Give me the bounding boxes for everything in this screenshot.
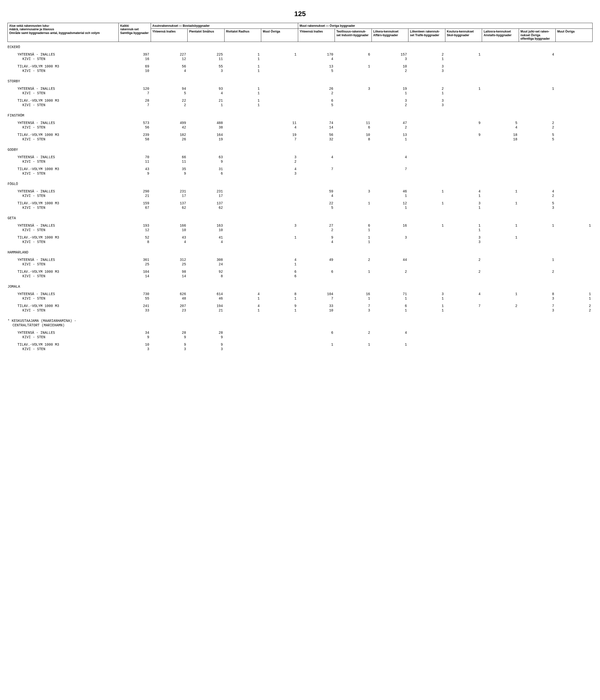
data-cell xyxy=(261,205,298,210)
data-cell: 3 xyxy=(409,103,445,107)
data-cell xyxy=(409,194,445,198)
data-cell: 4 xyxy=(371,155,409,159)
data-cell xyxy=(371,347,409,351)
data-cell: 5 xyxy=(298,205,335,210)
row-label: YHTEENSÄ - INALLES xyxy=(8,223,119,228)
data-cell xyxy=(335,113,372,118)
data-cell: 5 xyxy=(482,121,519,125)
data-cell: 1 xyxy=(482,235,519,240)
data-cell xyxy=(224,270,261,274)
data-cell: 18 xyxy=(482,133,519,137)
data-cell xyxy=(371,319,409,323)
data-cell xyxy=(298,274,335,278)
data-cell: 2 xyxy=(519,270,556,274)
data-cell: 1 xyxy=(409,223,445,228)
data-cell: 4 xyxy=(261,125,298,130)
data-cell: 3 xyxy=(445,235,482,240)
data-cell xyxy=(482,182,519,186)
data-cell: 70 xyxy=(119,155,151,159)
data-cell xyxy=(445,125,482,130)
data-cell: 10 xyxy=(151,228,188,232)
data-cell xyxy=(556,86,593,91)
row-label: YHTEENSÄ - INALLES xyxy=(8,189,119,194)
data-cell: 9 xyxy=(151,343,188,347)
data-cell: 10 xyxy=(371,64,409,69)
row-label: YHTEENSÄ - INALLES xyxy=(8,330,119,335)
data-cell: 4 xyxy=(298,240,335,244)
data-cell: 3 xyxy=(151,347,188,351)
data-cell: 1 xyxy=(335,296,372,301)
data-cell: 2 xyxy=(371,125,409,130)
data-cell xyxy=(119,182,151,186)
data-cell xyxy=(224,201,261,205)
data-cell xyxy=(482,79,519,83)
data-cell xyxy=(519,79,556,83)
data-cell xyxy=(261,201,298,205)
data-cell: 3 xyxy=(519,296,556,301)
data-cell: 26 xyxy=(151,137,188,142)
data-cell: 52 xyxy=(119,235,151,240)
data-cell: 2 xyxy=(409,86,445,91)
data-cell xyxy=(519,335,556,340)
region-row: GODBY xyxy=(8,148,593,152)
data-cell: 1 xyxy=(482,292,519,296)
data-cell xyxy=(335,148,372,152)
data-cell: 225 xyxy=(188,52,225,57)
data-cell xyxy=(556,91,593,96)
data-cell xyxy=(482,270,519,274)
data-cell xyxy=(409,330,445,335)
data-cell: 4 xyxy=(188,91,225,96)
data-cell: 8 xyxy=(119,240,151,244)
row-label: KIVI - STEN xyxy=(8,125,119,130)
hdr-muut-4: Koulura-kennukset Skol-byggnader xyxy=(445,29,482,42)
data-cell: 10 xyxy=(119,343,151,347)
data-cell: 1 xyxy=(371,343,409,347)
data-cell: 312 xyxy=(151,258,188,262)
data-cell xyxy=(298,171,335,176)
data-cell xyxy=(556,64,593,69)
data-cell: 33 xyxy=(119,308,151,313)
data-cell xyxy=(409,262,445,267)
table-row: KIVI - STEN844413 xyxy=(8,240,593,244)
data-cell xyxy=(482,274,519,278)
data-cell: 163 xyxy=(188,223,225,228)
data-cell xyxy=(519,240,556,244)
data-cell xyxy=(556,155,593,159)
data-cell: 1 xyxy=(371,91,409,96)
data-cell: 1 xyxy=(335,64,372,69)
data-cell xyxy=(556,52,593,57)
data-cell xyxy=(445,335,482,340)
row-label: KIVI - STEN xyxy=(8,194,119,198)
data-cell: 3 xyxy=(261,223,298,228)
data-cell xyxy=(298,284,335,289)
hdr-muut-7: Muut Övriga xyxy=(556,29,593,42)
data-cell xyxy=(119,148,151,152)
row-label: TILAV.-VOLYM 1000 M3 xyxy=(8,98,119,103)
data-cell xyxy=(371,250,409,255)
data-cell xyxy=(556,284,593,289)
data-cell xyxy=(482,258,519,262)
data-cell: 42 xyxy=(151,125,188,130)
data-cell: 397 xyxy=(119,52,151,57)
region-label: * KESKUSTAAJAMA (MAARIANHAMINA) - xyxy=(8,319,119,323)
row-label: TILAV.-VOLYM 1000 M3 xyxy=(8,235,119,240)
data-cell: 21 xyxy=(119,194,151,198)
data-cell xyxy=(556,167,593,171)
table-row: KIVI - STEN2525241 xyxy=(8,262,593,267)
row-label: YHTEENSÄ - INALLES xyxy=(8,121,119,125)
data-cell xyxy=(409,270,445,274)
data-cell xyxy=(445,103,482,107)
data-cell xyxy=(409,284,445,289)
data-cell xyxy=(519,284,556,289)
data-cell xyxy=(224,121,261,125)
row-label: KIVI - STEN xyxy=(8,296,119,301)
data-cell: 231 xyxy=(188,189,225,194)
data-cell: 19 xyxy=(188,137,225,142)
data-cell: 55 xyxy=(188,64,225,69)
region-label: JOMALA xyxy=(8,284,119,289)
data-cell: 137 xyxy=(151,201,188,205)
data-cell xyxy=(298,45,335,49)
data-cell: 9 xyxy=(188,343,225,347)
data-cell xyxy=(482,343,519,347)
table-row: YHTEENSÄ - INALLES36131230844924421 xyxy=(8,258,593,262)
